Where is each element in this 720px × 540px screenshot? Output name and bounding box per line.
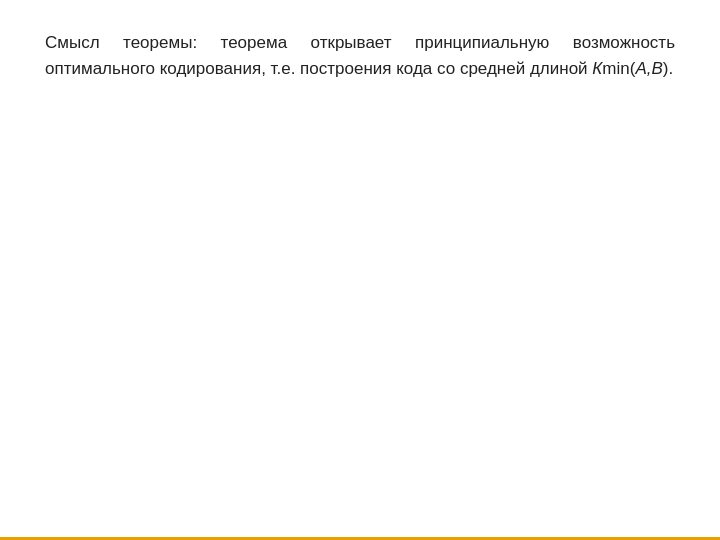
italic-k: К — [592, 59, 602, 78]
page-container: Смысл теоремы: теорема открывает принцип… — [0, 0, 720, 540]
content-area: Смысл теоремы: теорема открывает принцип… — [0, 0, 720, 540]
italic-ab: A,B — [635, 59, 662, 78]
main-paragraph: Смысл теоремы: теорема открывает принцип… — [45, 30, 675, 83]
paragraph-text: Смысл теоремы: теорема открывает принцип… — [45, 33, 675, 78]
